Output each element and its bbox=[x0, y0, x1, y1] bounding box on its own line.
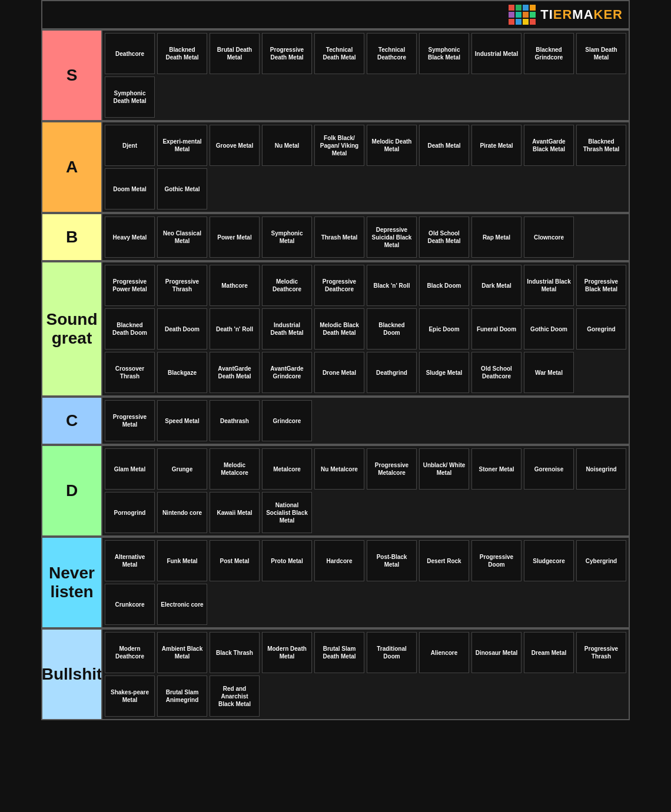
genre-item[interactable]: AvantGarde Death Metal bbox=[210, 352, 260, 393]
genre-item[interactable]: Modern Death Metal bbox=[262, 632, 312, 673]
genre-item[interactable]: National Socialist Black Metal bbox=[262, 492, 312, 533]
genre-item[interactable]: Aliencore bbox=[419, 632, 469, 673]
genre-item[interactable]: Shakes-peare Metal bbox=[105, 675, 155, 717]
genre-item[interactable]: Nu Metal bbox=[262, 125, 312, 166]
genre-item[interactable]: Blackned Grindcore bbox=[524, 33, 574, 74]
genre-item[interactable]: Dream Metal bbox=[524, 632, 574, 673]
genre-item[interactable]: Death Metal bbox=[419, 125, 469, 166]
genre-item[interactable]: Drone Metal bbox=[314, 352, 364, 393]
genre-item[interactable]: Grindcore bbox=[262, 400, 312, 441]
genre-item[interactable]: Black 'n' Roll bbox=[367, 265, 417, 306]
genre-item[interactable]: Progressive Death Metal bbox=[262, 33, 312, 74]
genre-item[interactable]: Stoner Metal bbox=[471, 448, 521, 490]
genre-item[interactable]: Deathcore bbox=[105, 33, 155, 74]
genre-item[interactable]: Blackned Thrash Metal bbox=[576, 125, 626, 166]
genre-item[interactable]: Grunge bbox=[157, 448, 207, 490]
genre-item[interactable]: Progressive Doom bbox=[471, 540, 521, 581]
genre-item[interactable]: Speed Metal bbox=[157, 400, 207, 441]
genre-item[interactable]: Progressive Metal bbox=[105, 400, 155, 441]
genre-item[interactable]: Folk Black/ Pagan/ Viking Metal bbox=[314, 125, 364, 166]
genre-item[interactable]: Modern Deathcore bbox=[105, 632, 155, 673]
genre-item[interactable]: Power Metal bbox=[210, 217, 260, 258]
genre-item[interactable]: Goregrind bbox=[576, 308, 626, 350]
genre-item[interactable]: Brutal Slam Animegrind bbox=[157, 675, 207, 717]
genre-item[interactable]: Traditional Doom bbox=[367, 632, 417, 673]
genre-item[interactable]: Hardcore bbox=[314, 540, 364, 581]
genre-item[interactable]: Clowncore bbox=[524, 217, 574, 258]
genre-item[interactable]: Dinosaur Metal bbox=[471, 632, 521, 673]
genre-item[interactable]: Nintendo core bbox=[157, 492, 207, 533]
genre-item[interactable]: Metalcore bbox=[262, 448, 312, 490]
genre-item[interactable]: Brutal Slam Death Metal bbox=[314, 632, 364, 673]
genre-item[interactable]: Groove Metal bbox=[210, 125, 260, 166]
genre-item[interactable]: Red and Anarchist Black Metal bbox=[210, 675, 260, 717]
genre-item[interactable]: Post Metal bbox=[210, 540, 260, 581]
genre-item[interactable]: Melodic Metalcore bbox=[210, 448, 260, 490]
genre-item[interactable]: Funk Metal bbox=[157, 540, 207, 581]
genre-item[interactable]: Black Doom bbox=[419, 265, 469, 306]
genre-item[interactable]: Depressive Suicidal Black Metal bbox=[367, 217, 417, 258]
genre-item[interactable]: Heavy Metal bbox=[105, 217, 155, 258]
genre-item[interactable]: Blackned Doom bbox=[367, 308, 417, 350]
genre-item[interactable]: Symphonic Death Metal bbox=[105, 76, 155, 118]
genre-item[interactable]: Technical Death Metal bbox=[314, 33, 364, 74]
genre-item[interactable]: Slam Death Metal bbox=[576, 33, 626, 74]
genre-item[interactable]: Melodic Death Metal bbox=[367, 125, 417, 166]
genre-item[interactable]: Melodic Black Death Metal bbox=[314, 308, 364, 350]
genre-item[interactable]: Old School Death Metal bbox=[419, 217, 469, 258]
genre-item[interactable]: Pirate Metal bbox=[471, 125, 521, 166]
genre-item[interactable]: Symphonic Black Metal bbox=[419, 33, 469, 74]
genre-item[interactable]: Blackned Death Doom bbox=[105, 308, 155, 350]
genre-item[interactable]: Kawaii Metal bbox=[210, 492, 260, 533]
genre-item[interactable]: Progressive Metalcore bbox=[367, 448, 417, 490]
genre-item[interactable]: Deathgrind bbox=[367, 352, 417, 393]
genre-item[interactable]: Death 'n' Roll bbox=[210, 308, 260, 350]
genre-item[interactable]: Noisegrind bbox=[576, 448, 626, 490]
genre-item[interactable]: Melodic Deathcore bbox=[262, 265, 312, 306]
genre-item[interactable]: Alternative Metal bbox=[105, 540, 155, 581]
genre-item[interactable]: Progressive Black Metal bbox=[576, 265, 626, 306]
genre-item[interactable]: Mathcore bbox=[210, 265, 260, 306]
genre-item[interactable]: Brutal Death Metal bbox=[210, 33, 260, 74]
genre-item[interactable]: Death Doom bbox=[157, 308, 207, 350]
genre-item[interactable]: Djent bbox=[105, 125, 155, 166]
genre-item[interactable]: Desert Rock bbox=[419, 540, 469, 581]
genre-item[interactable]: Progressive Power Metal bbox=[105, 265, 155, 306]
genre-item[interactable]: Black Thrash bbox=[210, 632, 260, 673]
genre-item[interactable]: Gothic Doom bbox=[524, 308, 574, 350]
genre-item[interactable]: Epic Doom bbox=[419, 308, 469, 350]
genre-item[interactable]: Sludge Metal bbox=[419, 352, 469, 393]
genre-item[interactable]: Crossover Thrash bbox=[105, 352, 155, 393]
genre-item[interactable]: Progressive Thrash bbox=[157, 265, 207, 306]
genre-item[interactable]: Experi-mental Metal bbox=[157, 125, 207, 166]
genre-item[interactable]: Progressive Thrash bbox=[576, 632, 626, 673]
genre-item[interactable]: Rap Metal bbox=[471, 217, 521, 258]
genre-item[interactable]: Blackned Death Metal bbox=[157, 33, 207, 74]
genre-item[interactable]: Dark Metal bbox=[471, 265, 521, 306]
genre-item[interactable]: AvantGarde Grindcore bbox=[262, 352, 312, 393]
genre-item[interactable]: Electronic core bbox=[157, 584, 207, 625]
genre-item[interactable]: Glam Metal bbox=[105, 448, 155, 490]
genre-item[interactable]: Funeral Doom bbox=[471, 308, 521, 350]
genre-item[interactable]: Sludgecore bbox=[524, 540, 574, 581]
genre-item[interactable]: Technical Deathcore bbox=[367, 33, 417, 74]
genre-item[interactable]: Old School Deathcore bbox=[471, 352, 521, 393]
genre-item[interactable]: Deathrash bbox=[210, 400, 260, 441]
genre-item[interactable]: Industrial Black Metal bbox=[524, 265, 574, 306]
genre-item[interactable]: Progressive Deathcore bbox=[314, 265, 364, 306]
genre-item[interactable]: Blackgaze bbox=[157, 352, 207, 393]
genre-item[interactable]: Symphonic Metal bbox=[262, 217, 312, 258]
genre-item[interactable]: Doom Metal bbox=[105, 168, 155, 209]
genre-item[interactable]: Thrash Metal bbox=[314, 217, 364, 258]
genre-item[interactable]: AvantGarde Black Metal bbox=[524, 125, 574, 166]
genre-item[interactable]: Proto Metal bbox=[262, 540, 312, 581]
genre-item[interactable]: Gothic Metal bbox=[157, 168, 207, 209]
genre-item[interactable]: Crunkcore bbox=[105, 584, 155, 625]
genre-item[interactable]: Industrial Death Metal bbox=[262, 308, 312, 350]
genre-item[interactable]: Cybergrind bbox=[576, 540, 626, 581]
genre-item[interactable]: Neo Classical Metal bbox=[157, 217, 207, 258]
genre-item[interactable]: Unblack/ White Metal bbox=[419, 448, 469, 490]
genre-item[interactable]: Pornogrind bbox=[105, 492, 155, 533]
genre-item[interactable]: Nu Metalcore bbox=[314, 448, 364, 490]
genre-item[interactable]: War Metal bbox=[524, 352, 574, 393]
